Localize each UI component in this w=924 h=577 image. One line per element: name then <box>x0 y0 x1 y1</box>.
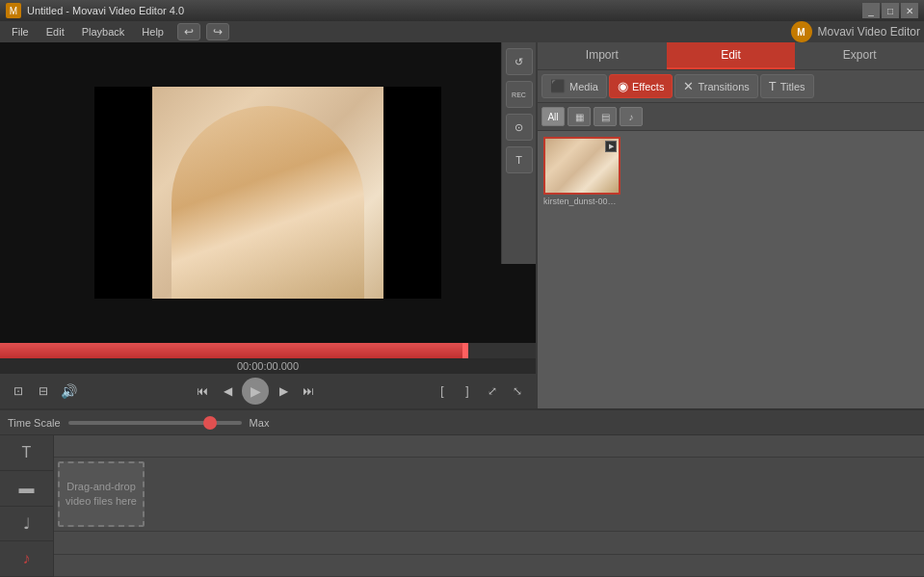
play-button[interactable]: ▶ <box>242 378 269 405</box>
time-scale-thumb[interactable] <box>203 416 217 430</box>
media-filename: kirsten_dunst-001-thu... <box>543 197 620 206</box>
audio2-track <box>54 555 924 577</box>
progress-thumb[interactable] <box>462 343 468 358</box>
menu-playback[interactable]: Playback <box>74 24 133 39</box>
minimize-button[interactable]: _ <box>862 3 880 18</box>
filter-video-button[interactable]: ▦ <box>568 107 591 126</box>
filter-all-button[interactable]: All <box>541 107 565 126</box>
mark-in-button[interactable]: [ <box>432 380 453 402</box>
video-canvas <box>0 42 536 343</box>
volume-button[interactable]: 🔊 <box>58 380 79 402</box>
current-time: 00:00:00.000 <box>237 360 299 372</box>
timeline-area: Time Scale Max T ▬ ♩ ♪ Drag-and-dro <box>0 408 924 577</box>
subtab-effects[interactable]: ◉ Effects <box>609 74 673 98</box>
video-preview-area: ↺ REC ⊙ T 00:00:00.000 ⊡ ⊟ 🔊 ⏮ ◀ ▶ ▶ ⏭ <box>0 42 536 408</box>
drop-zone[interactable]: Drag-and-drop video files here <box>58 461 145 527</box>
step-forward-button[interactable]: ▶ <box>273 380 294 402</box>
title-track <box>54 435 924 458</box>
timeline-header: Time Scale Max <box>0 410 924 435</box>
window-controls[interactable]: _ □ ✕ <box>862 3 918 18</box>
maximize-button[interactable]: □ <box>882 3 899 18</box>
time-display: 00:00:00.000 <box>0 358 536 374</box>
window-title: Untitled - Movavi Video Editor 4.0 <box>27 5 184 16</box>
skip-to-end-button[interactable]: ⏭ <box>298 380 319 402</box>
tab-import[interactable]: Import <box>538 42 667 69</box>
top-tabs: Import Edit Export <box>538 42 924 70</box>
skip-to-start-button[interactable]: ⏮ <box>192 380 213 402</box>
progress-fill <box>0 343 462 358</box>
audio1-track-icon: ♩ <box>23 514 31 533</box>
titles-icon: T <box>769 79 777 93</box>
subtab-media[interactable]: ⬛ Media <box>541 74 607 98</box>
main-area: ↺ REC ⊙ T 00:00:00.000 ⊡ ⊟ 🔊 ⏮ ◀ ▶ ▶ ⏭ <box>0 42 924 408</box>
subtab-transitions[interactable]: ✕ Transitions <box>674 74 757 98</box>
audio1-track <box>54 532 924 554</box>
menu-file[interactable]: File <box>4 24 37 39</box>
track-title-button[interactable]: T <box>0 435 53 471</box>
audio2-track-icon: ♪ <box>23 550 31 567</box>
filter-bar: All ▦ ▤ ♪ <box>538 103 924 131</box>
tab-edit[interactable]: Edit <box>667 42 796 69</box>
media-thumbnail: ▶ <box>543 137 620 195</box>
record-button[interactable]: REC <box>506 81 533 108</box>
app-logo: M Movavi Video Editor <box>791 21 921 42</box>
redo-button[interactable]: ↪ <box>206 23 229 40</box>
track-audio2-button[interactable]: ♪ <box>0 541 53 577</box>
text-overlay-button[interactable]: T <box>506 146 533 173</box>
screenshot-button[interactable]: ⊡ <box>8 380 29 402</box>
subtab-titles[interactable]: T Titles <box>760 74 814 98</box>
track-controls: T ▬ ♩ ♪ <box>0 435 54 577</box>
media-type-icon: ▶ <box>605 141 617 152</box>
time-scale-slider[interactable] <box>68 421 242 425</box>
title-bar: M Untitled - Movavi Video Editor 4.0 _ □… <box>0 0 924 21</box>
fullscreen-button[interactable]: ⤢ <box>482 380 503 402</box>
zoom-button[interactable]: ⊙ <box>506 114 533 141</box>
sub-tabs: ⬛ Media ◉ Effects ✕ Transitions T Titles <box>538 70 924 103</box>
video-content <box>172 106 364 299</box>
black-bar-left <box>94 87 152 299</box>
mark-out-button[interactable]: ] <box>457 380 478 402</box>
progress-bar[interactable] <box>0 343 536 358</box>
title-track-icon: T <box>22 444 32 461</box>
in-out-controls: [ ] ⤢ ⤡ <box>432 380 528 402</box>
clip-button[interactable]: ⊟ <box>33 380 54 402</box>
undo-button[interactable]: ↩ <box>177 23 200 40</box>
fit-button[interactable]: ⤡ <box>507 380 528 402</box>
right-sidebar: ↺ REC ⊙ T <box>501 42 536 264</box>
tab-export[interactable]: Export <box>795 42 924 69</box>
video-track-icon: ▬ <box>19 480 35 497</box>
media-grid: ▶ kirsten_dunst-001-thu... <box>538 131 924 408</box>
right-panel: Import Edit Export ⬛ Media ◉ Effects ✕ T… <box>536 42 924 408</box>
app-icon: M <box>6 3 21 18</box>
movavi-logo-icon: M <box>791 21 812 42</box>
video-frame <box>94 87 441 299</box>
transitions-icon: ✕ <box>683 79 694 93</box>
tracks-content: Drag-and-drop video files here <box>54 435 924 577</box>
app-name-label: Movavi Video Editor <box>818 25 921 39</box>
menu-help[interactable]: Help <box>134 24 172 39</box>
video-track: Drag-and-drop video files here <box>54 458 924 532</box>
close-button[interactable]: ✕ <box>901 3 918 18</box>
playback-controls: ⊡ ⊟ 🔊 ⏮ ◀ ▶ ▶ ⏭ [ ] ⤢ ⤡ <box>0 374 536 408</box>
media-icon: ⬛ <box>550 79 566 93</box>
effects-icon: ◉ <box>618 79 628 93</box>
time-scale-max-label: Max <box>250 417 270 429</box>
filter-audio-button[interactable]: ♪ <box>620 107 643 126</box>
track-audio1-button[interactable]: ♩ <box>0 507 53 542</box>
filter-image-button[interactable]: ▤ <box>594 107 617 126</box>
step-back-button[interactable]: ◀ <box>217 380 238 402</box>
track-video-button[interactable]: ▬ <box>0 471 53 507</box>
black-bar-right <box>383 87 441 299</box>
menu-bar: File Edit Playback Help ↩ ↪ M Movavi Vid… <box>0 21 924 42</box>
media-item[interactable]: ▶ kirsten_dunst-001-thu... <box>543 137 620 403</box>
rotate-button[interactable]: ↺ <box>506 48 533 75</box>
title-bar-left: M Untitled - Movavi Video Editor 4.0 <box>6 3 184 18</box>
tracks-container: T ▬ ♩ ♪ Drag-and-drop video files here <box>0 435 924 577</box>
time-scale-label: Time Scale <box>8 417 61 429</box>
menu-edit[interactable]: Edit <box>39 24 72 39</box>
